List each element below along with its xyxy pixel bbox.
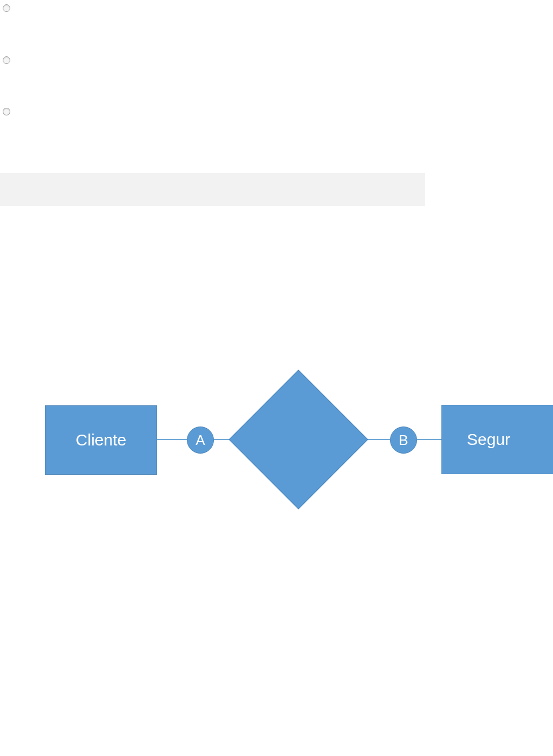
connector-a-to-diamond xyxy=(214,439,230,440)
cardinality-b-label: B xyxy=(399,432,408,449)
cardinality-a: A xyxy=(187,427,214,454)
entity-cliente: Cliente xyxy=(45,405,157,475)
connector-left-entity-to-a xyxy=(157,439,187,440)
connector-diamond-to-b xyxy=(366,439,390,440)
option-radio-2[interactable] xyxy=(3,56,10,64)
cardinality-a-label: A xyxy=(196,432,205,449)
relationship-diamond xyxy=(229,370,368,509)
option-radio-1[interactable] xyxy=(3,4,10,12)
cardinality-b: B xyxy=(390,427,417,454)
entity-seguro: Segur xyxy=(441,405,553,474)
connector-b-to-right-entity xyxy=(417,439,441,440)
entity-cliente-label: Cliente xyxy=(76,431,126,449)
entity-seguro-label: Segur xyxy=(467,430,510,449)
option-radio-3[interactable] xyxy=(3,108,10,115)
section-bar xyxy=(0,173,425,206)
